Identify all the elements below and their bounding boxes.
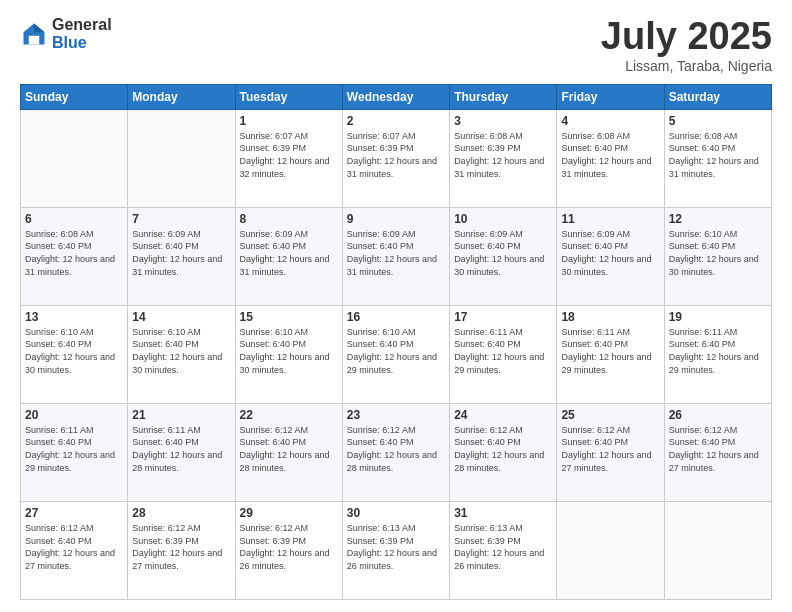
day-info: Sunrise: 6:11 AM Sunset: 6:40 PM Dayligh… [132, 424, 230, 474]
day-info: Sunrise: 6:12 AM Sunset: 6:40 PM Dayligh… [454, 424, 552, 474]
day-info: Sunrise: 6:11 AM Sunset: 6:40 PM Dayligh… [454, 326, 552, 376]
day-number: 18 [561, 310, 659, 324]
day-cell: 17Sunrise: 6:11 AM Sunset: 6:40 PM Dayli… [450, 305, 557, 403]
day-info: Sunrise: 6:09 AM Sunset: 6:40 PM Dayligh… [132, 228, 230, 278]
day-cell: 6Sunrise: 6:08 AM Sunset: 6:40 PM Daylig… [21, 207, 128, 305]
day-number: 7 [132, 212, 230, 226]
day-info: Sunrise: 6:09 AM Sunset: 6:40 PM Dayligh… [240, 228, 338, 278]
week-row-4: 27Sunrise: 6:12 AM Sunset: 6:40 PM Dayli… [21, 501, 772, 599]
weekday-wednesday: Wednesday [342, 84, 449, 109]
day-number: 6 [25, 212, 123, 226]
day-info: Sunrise: 6:12 AM Sunset: 6:40 PM Dayligh… [347, 424, 445, 474]
day-number: 24 [454, 408, 552, 422]
day-number: 3 [454, 114, 552, 128]
day-cell: 18Sunrise: 6:11 AM Sunset: 6:40 PM Dayli… [557, 305, 664, 403]
day-cell: 25Sunrise: 6:12 AM Sunset: 6:40 PM Dayli… [557, 403, 664, 501]
day-number: 1 [240, 114, 338, 128]
header: General Blue July 2025 Lissam, Taraba, N… [20, 16, 772, 74]
day-cell [21, 109, 128, 207]
day-info: Sunrise: 6:11 AM Sunset: 6:40 PM Dayligh… [669, 326, 767, 376]
svg-marker-1 [34, 23, 45, 32]
weekday-tuesday: Tuesday [235, 84, 342, 109]
day-number: 26 [669, 408, 767, 422]
day-info: Sunrise: 6:13 AM Sunset: 6:39 PM Dayligh… [454, 522, 552, 572]
day-number: 16 [347, 310, 445, 324]
day-cell: 14Sunrise: 6:10 AM Sunset: 6:40 PM Dayli… [128, 305, 235, 403]
day-cell: 31Sunrise: 6:13 AM Sunset: 6:39 PM Dayli… [450, 501, 557, 599]
day-cell: 12Sunrise: 6:10 AM Sunset: 6:40 PM Dayli… [664, 207, 771, 305]
day-cell: 26Sunrise: 6:12 AM Sunset: 6:40 PM Dayli… [664, 403, 771, 501]
week-row-1: 6Sunrise: 6:08 AM Sunset: 6:40 PM Daylig… [21, 207, 772, 305]
day-cell: 3Sunrise: 6:08 AM Sunset: 6:39 PM Daylig… [450, 109, 557, 207]
day-info: Sunrise: 6:08 AM Sunset: 6:39 PM Dayligh… [454, 130, 552, 180]
day-info: Sunrise: 6:07 AM Sunset: 6:39 PM Dayligh… [347, 130, 445, 180]
day-number: 22 [240, 408, 338, 422]
day-number: 31 [454, 506, 552, 520]
logo-general: General [52, 16, 112, 34]
day-info: Sunrise: 6:11 AM Sunset: 6:40 PM Dayligh… [561, 326, 659, 376]
day-info: Sunrise: 6:12 AM Sunset: 6:40 PM Dayligh… [240, 424, 338, 474]
day-info: Sunrise: 6:10 AM Sunset: 6:40 PM Dayligh… [25, 326, 123, 376]
day-cell: 8Sunrise: 6:09 AM Sunset: 6:40 PM Daylig… [235, 207, 342, 305]
day-cell: 29Sunrise: 6:12 AM Sunset: 6:39 PM Dayli… [235, 501, 342, 599]
day-number: 5 [669, 114, 767, 128]
day-number: 19 [669, 310, 767, 324]
day-cell: 19Sunrise: 6:11 AM Sunset: 6:40 PM Dayli… [664, 305, 771, 403]
day-info: Sunrise: 6:10 AM Sunset: 6:40 PM Dayligh… [669, 228, 767, 278]
day-number: 12 [669, 212, 767, 226]
day-number: 14 [132, 310, 230, 324]
svg-rect-2 [29, 35, 40, 44]
day-info: Sunrise: 6:09 AM Sunset: 6:40 PM Dayligh… [454, 228, 552, 278]
day-cell [664, 501, 771, 599]
day-cell: 1Sunrise: 6:07 AM Sunset: 6:39 PM Daylig… [235, 109, 342, 207]
day-cell: 20Sunrise: 6:11 AM Sunset: 6:40 PM Dayli… [21, 403, 128, 501]
logo: General Blue [20, 16, 112, 51]
day-info: Sunrise: 6:08 AM Sunset: 6:40 PM Dayligh… [561, 130, 659, 180]
day-number: 23 [347, 408, 445, 422]
day-cell: 5Sunrise: 6:08 AM Sunset: 6:40 PM Daylig… [664, 109, 771, 207]
day-cell: 15Sunrise: 6:10 AM Sunset: 6:40 PM Dayli… [235, 305, 342, 403]
week-row-3: 20Sunrise: 6:11 AM Sunset: 6:40 PM Dayli… [21, 403, 772, 501]
day-info: Sunrise: 6:09 AM Sunset: 6:40 PM Dayligh… [561, 228, 659, 278]
day-number: 13 [25, 310, 123, 324]
day-cell: 24Sunrise: 6:12 AM Sunset: 6:40 PM Dayli… [450, 403, 557, 501]
day-number: 21 [132, 408, 230, 422]
page: General Blue July 2025 Lissam, Taraba, N… [0, 0, 792, 612]
day-cell: 10Sunrise: 6:09 AM Sunset: 6:40 PM Dayli… [450, 207, 557, 305]
day-info: Sunrise: 6:11 AM Sunset: 6:40 PM Dayligh… [25, 424, 123, 474]
location: Lissam, Taraba, Nigeria [601, 58, 772, 74]
day-number: 17 [454, 310, 552, 324]
day-number: 30 [347, 506, 445, 520]
day-number: 11 [561, 212, 659, 226]
day-cell: 11Sunrise: 6:09 AM Sunset: 6:40 PM Dayli… [557, 207, 664, 305]
day-number: 9 [347, 212, 445, 226]
day-info: Sunrise: 6:12 AM Sunset: 6:39 PM Dayligh… [132, 522, 230, 572]
week-row-2: 13Sunrise: 6:10 AM Sunset: 6:40 PM Dayli… [21, 305, 772, 403]
day-info: Sunrise: 6:13 AM Sunset: 6:39 PM Dayligh… [347, 522, 445, 572]
weekday-header-row: SundayMondayTuesdayWednesdayThursdayFrid… [21, 84, 772, 109]
day-number: 27 [25, 506, 123, 520]
day-info: Sunrise: 6:08 AM Sunset: 6:40 PM Dayligh… [669, 130, 767, 180]
title-block: July 2025 Lissam, Taraba, Nigeria [601, 16, 772, 74]
day-info: Sunrise: 6:10 AM Sunset: 6:40 PM Dayligh… [240, 326, 338, 376]
day-cell: 30Sunrise: 6:13 AM Sunset: 6:39 PM Dayli… [342, 501, 449, 599]
day-cell: 2Sunrise: 6:07 AM Sunset: 6:39 PM Daylig… [342, 109, 449, 207]
day-cell: 27Sunrise: 6:12 AM Sunset: 6:40 PM Dayli… [21, 501, 128, 599]
day-info: Sunrise: 6:12 AM Sunset: 6:40 PM Dayligh… [25, 522, 123, 572]
weekday-sunday: Sunday [21, 84, 128, 109]
day-number: 28 [132, 506, 230, 520]
weekday-thursday: Thursday [450, 84, 557, 109]
calendar-table: SundayMondayTuesdayWednesdayThursdayFrid… [20, 84, 772, 600]
day-cell: 4Sunrise: 6:08 AM Sunset: 6:40 PM Daylig… [557, 109, 664, 207]
weekday-saturday: Saturday [664, 84, 771, 109]
logo-icon [20, 20, 48, 48]
month-title: July 2025 [601, 16, 772, 58]
day-cell: 23Sunrise: 6:12 AM Sunset: 6:40 PM Dayli… [342, 403, 449, 501]
logo-text: General Blue [52, 16, 112, 51]
day-number: 8 [240, 212, 338, 226]
day-cell: 21Sunrise: 6:11 AM Sunset: 6:40 PM Dayli… [128, 403, 235, 501]
day-info: Sunrise: 6:08 AM Sunset: 6:40 PM Dayligh… [25, 228, 123, 278]
day-cell: 7Sunrise: 6:09 AM Sunset: 6:40 PM Daylig… [128, 207, 235, 305]
week-row-0: 1Sunrise: 6:07 AM Sunset: 6:39 PM Daylig… [21, 109, 772, 207]
day-info: Sunrise: 6:10 AM Sunset: 6:40 PM Dayligh… [347, 326, 445, 376]
